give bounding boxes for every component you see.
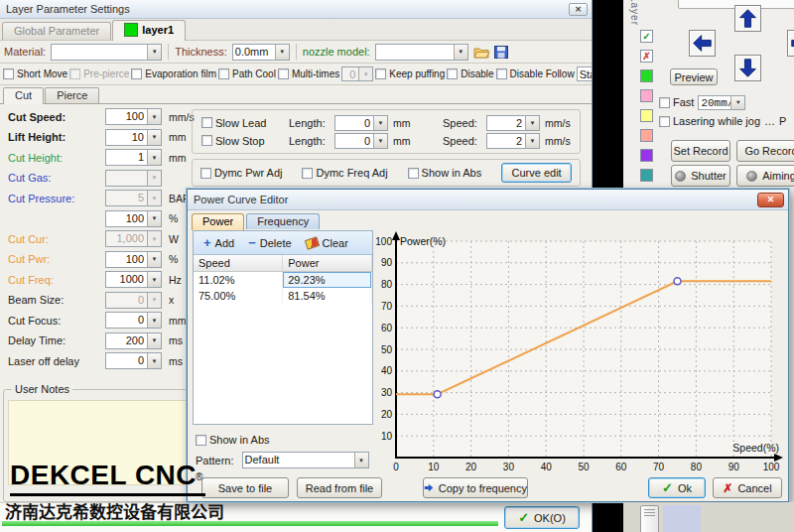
checkbox-dymc-freq-adj[interactable]: Dymc Freq Adj: [302, 167, 387, 179]
checkbox-pre-pierce[interactable]: Pre-pierce: [69, 68, 129, 79]
checkbox-label: Evaporation film: [145, 68, 216, 79]
close-icon[interactable]: ✕: [757, 193, 784, 207]
jog-up-button[interactable]: [734, 5, 761, 32]
layer-color-swatch[interactable]: [640, 149, 653, 162]
param-row: Cut Gas:▼: [8, 169, 206, 189]
length-dropdown[interactable]: 0▼: [334, 133, 388, 149]
jog-down-button[interactable]: [734, 55, 761, 81]
table-cell[interactable]: 29.23%: [283, 272, 372, 289]
checkbox-dymc-pwr-adj[interactable]: Dymc Pwr Adj: [200, 167, 282, 179]
checkbox-disable-follow[interactable]: Disable Follow: [496, 68, 575, 79]
checkbox-disable[interactable]: Disable: [447, 68, 493, 79]
standard-mode-dropdown[interactable]: Standard▼: [577, 66, 592, 81]
param-value-dropdown[interactable]: 200▼: [105, 332, 162, 349]
clear-points-button[interactable]: Clear: [306, 237, 348, 249]
tab-layer1[interactable]: layer1: [112, 20, 186, 41]
close-icon[interactable]: ✕: [569, 3, 588, 16]
param-value-dropdown[interactable]: 10▼: [105, 129, 162, 146]
param-value-dropdown[interactable]: 1▼: [105, 149, 162, 166]
save-to-file-button[interactable]: Save to file: [201, 477, 289, 498]
cancel-button[interactable]: ✗ Cancel: [713, 477, 782, 498]
param-unit: ms: [169, 334, 183, 346]
dropdown-arrow-icon: ▼: [147, 272, 161, 287]
checkbox-keep-puffing[interactable]: Keep puffing: [375, 68, 445, 79]
delete-point-button[interactable]: − Delete: [248, 237, 291, 249]
table-cell[interactable]: 11.02%: [194, 272, 283, 289]
curve-edit-button[interactable]: Curve edit: [501, 163, 572, 183]
multi-times-count-dropdown[interactable]: 0▼: [341, 66, 373, 81]
tab-global-parameter[interactable]: Global Parameter: [2, 22, 111, 40]
param-value-dropdown[interactable]: ▼: [105, 170, 162, 187]
aiming-button[interactable]: Aiming: [736, 165, 794, 187]
dropdown-arrow-icon: ▼: [373, 134, 387, 148]
ok-button-layer-dialog[interactable]: ✓ OK(O): [504, 506, 580, 529]
shutter-button[interactable]: Shutter: [671, 165, 730, 187]
add-label: Add: [215, 237, 235, 249]
param-value-dropdown[interactable]: 0▼: [105, 312, 162, 329]
layer-color-swatch[interactable]: [640, 129, 653, 142]
nozzle-model-dropdown[interactable]: ▼: [375, 44, 468, 61]
read-from-file-button[interactable]: Read from file: [297, 477, 382, 498]
svg-text:100: 100: [763, 462, 780, 472]
set-record-button[interactable]: Set Record: [671, 140, 730, 162]
save-icon[interactable]: [494, 46, 508, 59]
power-curve-chart[interactable]: 0102030405060708090100102030405060708090…: [374, 229, 786, 477]
fast-speed-dropdown[interactable]: 20mm/s ▼: [698, 95, 745, 110]
length-dropdown[interactable]: 0▼: [334, 115, 388, 131]
scrollbar-thumb[interactable]: [640, 505, 659, 532]
checkbox-fast[interactable]: Fast: [659, 96, 694, 108]
column-header-power[interactable]: Power: [283, 255, 372, 272]
table-cell[interactable]: 81.54%: [283, 288, 372, 304]
checkbox-label: Dymc Pwr Adj: [214, 167, 282, 179]
checkbox-slow-stop[interactable]: Slow Stop: [201, 135, 289, 147]
param-value-dropdown[interactable]: 1,000▼: [105, 230, 162, 247]
param-unit: x: [169, 294, 174, 306]
param-value-dropdown[interactable]: 100▼: [105, 210, 162, 227]
checkbox-show-in-abs[interactable]: Show in Abs: [408, 167, 482, 179]
visible-check-box[interactable]: ✓: [640, 30, 653, 43]
jog-left-button[interactable]: [689, 30, 716, 57]
speed-dropdown[interactable]: 2▼: [486, 115, 540, 131]
layer-color-swatch[interactable]: [640, 89, 653, 102]
layer-color-swatch[interactable]: [640, 69, 653, 82]
thickness-label: Thickness:: [175, 46, 227, 58]
checkbox-multi-times[interactable]: Multi-times: [278, 68, 339, 79]
column-header-speed[interactable]: Speed: [194, 255, 283, 272]
param-value-dropdown[interactable]: 100▼: [105, 251, 162, 268]
speed-dropdown[interactable]: 2▼: [486, 133, 540, 149]
tab-frequency[interactable]: Frequency: [246, 213, 320, 229]
param-value-dropdown[interactable]: 0▼: [105, 352, 162, 369]
layer-color-swatch[interactable]: [640, 169, 653, 182]
checkbox-path-cool[interactable]: Path Cool: [218, 68, 276, 79]
param-value-dropdown[interactable]: 1000▼: [105, 271, 162, 288]
checkbox-lasering-while-jog[interactable]: Lasering while jog: [659, 115, 760, 127]
locked-x-box[interactable]: ✗: [640, 50, 653, 63]
add-point-button[interactable]: + Add: [203, 237, 234, 249]
param-value-dropdown[interactable]: 100▼: [105, 108, 162, 125]
ok-button[interactable]: ✓ Ok: [648, 477, 706, 498]
table-cell[interactable]: 75.00%: [194, 288, 283, 304]
checkbox-show-in-abs[interactable]: Show in Abs: [196, 434, 270, 446]
param-value-dropdown[interactable]: 5▼: [105, 190, 162, 206]
checkbox-short-move[interactable]: Short Move: [3, 68, 67, 79]
open-folder-icon[interactable]: [473, 46, 489, 59]
jog-right-button[interactable]: [787, 30, 794, 57]
checkbox-slow-lead[interactable]: Slow Lead: [201, 117, 289, 129]
clear-label: Clear: [323, 237, 348, 249]
layer-color-swatch[interactable]: [640, 109, 653, 122]
length-unit: mm: [393, 117, 427, 129]
preview-button[interactable]: Preview: [670, 68, 718, 85]
go-record-button[interactable]: Go Record: [736, 140, 794, 162]
svg-text:40: 40: [381, 365, 393, 376]
tab-cut[interactable]: Cut: [3, 87, 44, 104]
thickness-dropdown[interactable]: 0.0mm ▼: [232, 44, 290, 61]
checkbox-evaporation-film[interactable]: Evaporation film: [131, 68, 216, 79]
tab-label: Pierce: [57, 89, 87, 101]
tab-pierce[interactable]: Pierce: [45, 87, 99, 103]
material-dropdown[interactable]: ▼: [51, 44, 162, 61]
pattern-dropdown[interactable]: Default ▼: [242, 452, 369, 468]
tab-power[interactable]: Power: [192, 213, 244, 230]
param-value-dropdown[interactable]: 0▼: [105, 292, 162, 309]
param-unit: ms: [169, 355, 183, 367]
copy-to-frequency-button[interactable]: Copy to frequency: [423, 477, 528, 498]
